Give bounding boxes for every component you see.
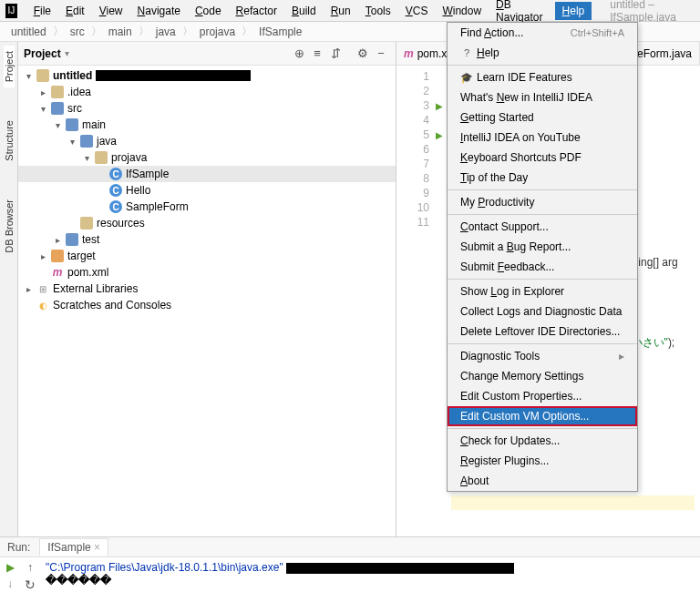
help-item-submit-a-bug-report[interactable]: Submit a Bug Report...	[448, 237, 637, 257]
run-console[interactable]: "C:\Program Files\Java\jdk-18.0.1.1\bin\…	[40, 557, 700, 592]
stop-icon[interactable]: ↓	[7, 577, 13, 590]
help-item-register-plugins[interactable]: Register Plugins...	[448, 451, 637, 471]
run-tab[interactable]: IfSample ×	[39, 538, 108, 556]
tree-node-sampleform[interactable]: CSampleForm	[18, 199, 396, 215]
run-gutter-cell[interactable]	[433, 69, 446, 84]
chevron-icon[interactable]: ▾	[24, 71, 33, 81]
menu-run[interactable]: Run	[324, 2, 358, 20]
menu-refactor[interactable]: Refactor	[229, 2, 284, 20]
chevron-icon[interactable]: ▸	[38, 87, 47, 97]
run-icon[interactable]: ▶	[436, 130, 443, 140]
breadcrumb-item[interactable]: main	[105, 24, 136, 40]
chevron-icon[interactable]: ▸	[53, 235, 62, 245]
tree-node-src[interactable]: ▾src	[18, 100, 396, 117]
chevron-icon[interactable]: ▾	[82, 153, 91, 163]
tree-node-target[interactable]: ▸target	[18, 248, 396, 264]
menu-build[interactable]: Build	[284, 2, 324, 20]
run-gutter-cell[interactable]: ▶	[433, 98, 446, 113]
breadcrumb-item[interactable]: IfSample	[255, 24, 305, 40]
help-item-edit-custom-vm-options[interactable]: Edit Custom VM Options...	[448, 406, 637, 426]
run-gutter-cell[interactable]	[433, 157, 446, 171]
tree-node-external libraries[interactable]: ▸⊞External Libraries	[18, 281, 396, 297]
sidetab-structure[interactable]: Structure	[4, 115, 15, 167]
menu-vcs[interactable]: VCS	[398, 2, 436, 20]
tree-label: resources	[97, 217, 145, 230]
tree-node-main[interactable]: ▾main	[18, 117, 396, 133]
run-gutter-cell[interactable]	[433, 215, 446, 230]
tree-node-pom.xml[interactable]: mpom.xml	[18, 264, 396, 281]
chevron-icon[interactable]: ▾	[38, 104, 47, 114]
sidetab-project[interactable]: Project	[4, 46, 15, 87]
help-item-tip-of-the-day[interactable]: Tip of the Day	[448, 168, 637, 188]
help-item-learn-ide-features[interactable]: 🎓Learn IDE Features	[448, 67, 637, 87]
sidetab-db-browser[interactable]: DB Browser	[4, 194, 15, 259]
menu-tools[interactable]: Tools	[358, 2, 398, 20]
help-item-getting-started[interactable]: Getting Started	[448, 107, 637, 128]
help-item-delete-leftover-ide-directories[interactable]: Delete Leftover IDE Directories...	[448, 322, 637, 342]
locate-icon[interactable]: ⊕	[290, 45, 308, 63]
chevron-down-icon[interactable]: ▾	[65, 48, 69, 58]
run-panel: Run: IfSample × ▶ ↓ ↑ ↻ "C:\Program File…	[0, 536, 700, 592]
gear-icon[interactable]: ⚙	[354, 45, 372, 63]
help-item-diagnostic-tools[interactable]: Diagnostic Tools▸	[448, 346, 637, 366]
rerun-icon[interactable]: ▶	[6, 561, 15, 574]
tree-node-projava[interactable]: ▾projava	[18, 149, 396, 166]
project-tree[interactable]: ▾untitled▸.idea▾src▾main▾java▾projavaCIf…	[18, 66, 396, 536]
breadcrumb-item[interactable]: projava	[196, 24, 239, 40]
collapse-all-icon[interactable]: ⇵	[326, 45, 345, 63]
menu-window[interactable]: Window	[435, 2, 489, 20]
tree-node-ifsample[interactable]: CIfSample	[18, 166, 396, 182]
breadcrumb-item[interactable]: untitled	[7, 24, 50, 40]
help-item-contact-support[interactable]: Contact Support...	[448, 217, 637, 237]
help-item-submit-feedback[interactable]: Submit Feedback...	[448, 257, 637, 277]
run-gutter-cell[interactable]	[433, 113, 446, 128]
tree-node-scratches and consoles[interactable]: ◐Scratches and Consoles	[18, 297, 396, 313]
help-item-edit-custom-properties[interactable]: Edit Custom Properties...	[448, 386, 637, 406]
help-item-my-productivity[interactable]: My Productivity	[448, 192, 637, 212]
tree-node-.idea[interactable]: ▸.idea	[18, 84, 396, 100]
help-item-find-action[interactable]: Find Action...Ctrl+Shift+A	[448, 23, 637, 43]
run-gutter-cell[interactable]: ▶	[433, 128, 446, 142]
help-item-keyboard-shortcuts-pdf[interactable]: Keyboard Shortcuts PDF	[448, 148, 637, 168]
breadcrumb-item[interactable]: java	[152, 24, 180, 40]
help-item-change-memory-settings[interactable]: Change Memory Settings	[448, 366, 637, 386]
hide-icon[interactable]: −	[372, 45, 390, 63]
run-gutter-cell[interactable]	[433, 200, 446, 215]
up-icon[interactable]: ↑	[27, 561, 33, 574]
run-gutter-cell[interactable]	[433, 171, 446, 186]
menu-item-icon: 🎓	[460, 72, 473, 84]
help-item-show-log-in-explorer[interactable]: Show Log in Explorer	[448, 281, 637, 301]
expand-all-icon[interactable]: ≡	[308, 45, 326, 63]
run-icon[interactable]: ▶	[436, 101, 443, 111]
chevron-icon[interactable]: ▾	[67, 137, 77, 147]
menu-view[interactable]: View	[92, 2, 130, 20]
tree-node-test[interactable]: ▸test	[18, 231, 396, 248]
tree-label: Scratches and Consoles	[53, 299, 171, 311]
menu-navigate[interactable]: Navigate	[130, 2, 188, 20]
chevron-icon[interactable]: ▸	[38, 251, 47, 261]
project-title: Project	[24, 47, 61, 60]
help-item-check-for-updates[interactable]: Check for Updates...	[448, 431, 637, 451]
tree-node-resources[interactable]: resources	[18, 215, 396, 231]
help-menu[interactable]: Find Action...Ctrl+Shift+A?Help🎓Learn ID…	[447, 22, 638, 492]
chevron-icon[interactable]: ▾	[53, 120, 62, 130]
help-item-what-s-new-in-intellij-idea[interactable]: What's New in IntelliJ IDEA	[448, 87, 637, 107]
down-icon[interactable]: ↻	[25, 577, 36, 592]
run-gutter-cell[interactable]	[433, 84, 446, 98]
menu-file[interactable]: File	[26, 2, 58, 20]
help-item-collect-logs-and-diagnostic-data[interactable]: Collect Logs and Diagnostic Data	[448, 301, 637, 322]
tree-node-java[interactable]: ▾java	[18, 133, 396, 149]
help-item-about[interactable]: About	[448, 471, 637, 491]
menu-help[interactable]: Help	[555, 2, 592, 20]
run-gutter-cell[interactable]	[433, 142, 446, 157]
tree-node-hello[interactable]: CHello	[18, 182, 396, 199]
tree-node-untitled[interactable]: ▾untitled	[18, 67, 396, 84]
help-item-intellij-idea-on-youtube[interactable]: IntelliJ IDEA on YouTube	[448, 128, 637, 148]
breadcrumb-item[interactable]: src	[67, 24, 88, 40]
chevron-icon[interactable]: ▸	[24, 284, 33, 294]
run-gutter-cell[interactable]	[433, 186, 446, 200]
breadcrumb-sep: 〉	[91, 24, 102, 39]
menu-edit[interactable]: Edit	[58, 2, 92, 20]
help-item-help[interactable]: ?Help	[448, 43, 637, 63]
menu-code[interactable]: Code	[188, 2, 229, 20]
